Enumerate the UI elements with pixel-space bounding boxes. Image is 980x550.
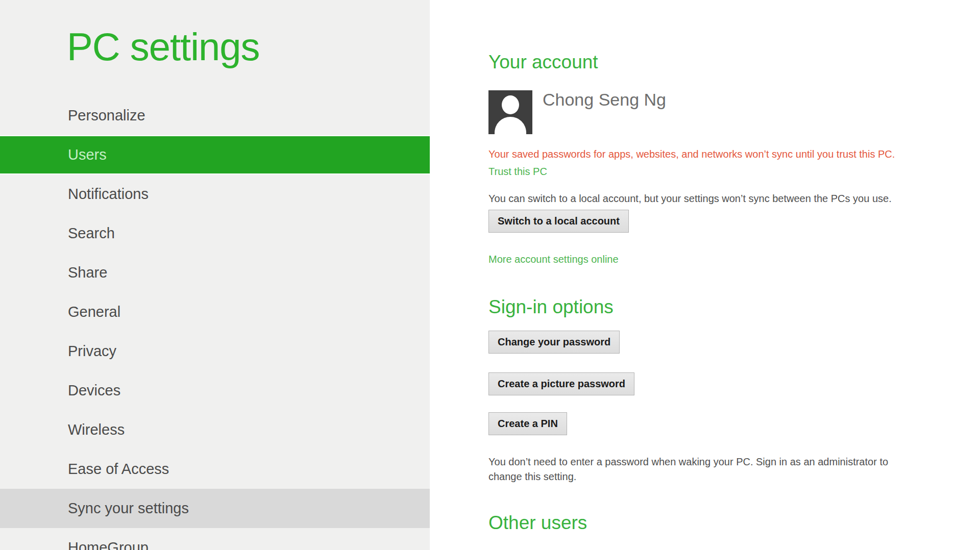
person-silhouette-icon xyxy=(502,95,519,114)
sidebar-item-share[interactable]: Share xyxy=(0,253,430,292)
sidebar-item-personalize[interactable]: Personalize xyxy=(0,96,430,135)
sidebar-item-wireless[interactable]: Wireless xyxy=(0,410,430,449)
sidebar-item-devices[interactable]: Devices xyxy=(0,371,430,410)
switch-account-note: You can switch to a local account, but y… xyxy=(488,191,892,206)
your-account-heading: Your account xyxy=(488,51,598,73)
person-silhouette-shoulders xyxy=(495,117,526,134)
sign-in-options-heading: Sign-in options xyxy=(488,296,614,318)
sidebar-item-privacy[interactable]: Privacy xyxy=(0,332,430,371)
page-title: PC settings xyxy=(67,24,260,69)
create-pin-button[interactable]: Create a PIN xyxy=(488,412,567,435)
sidebar-item-notifications[interactable]: Notifications xyxy=(0,174,430,214)
sidebar-item-search[interactable]: Search xyxy=(0,214,430,253)
create-picture-password-button[interactable]: Create a picture password xyxy=(488,372,634,395)
password-sync-warning: Your saved passwords for apps, websites,… xyxy=(488,147,895,161)
user-name: Chong Seng Ng xyxy=(543,90,666,110)
user-avatar xyxy=(488,90,532,134)
switch-to-local-account-button[interactable]: Switch to a local account xyxy=(488,210,629,233)
trust-this-pc-link[interactable]: Trust this PC xyxy=(488,164,547,179)
sidebar-nav: Personalize Users Notifications Search S… xyxy=(0,96,430,550)
more-account-settings-link[interactable]: More account settings online xyxy=(488,252,619,266)
settings-sidebar: PC settings Personalize Users Notificati… xyxy=(0,0,430,550)
sidebar-item-homegroup[interactable]: HomeGroup xyxy=(0,528,430,550)
wake-password-note: You don’t need to enter a password when … xyxy=(488,455,907,484)
sidebar-item-users[interactable]: Users xyxy=(0,135,430,174)
sidebar-item-general[interactable]: General xyxy=(0,292,430,332)
sidebar-item-ease-of-access[interactable]: Ease of Access xyxy=(0,449,430,489)
other-users-heading: Other users xyxy=(488,512,587,534)
change-password-button[interactable]: Change your password xyxy=(488,331,620,354)
sidebar-item-sync-your-settings[interactable]: Sync your settings xyxy=(0,489,430,528)
